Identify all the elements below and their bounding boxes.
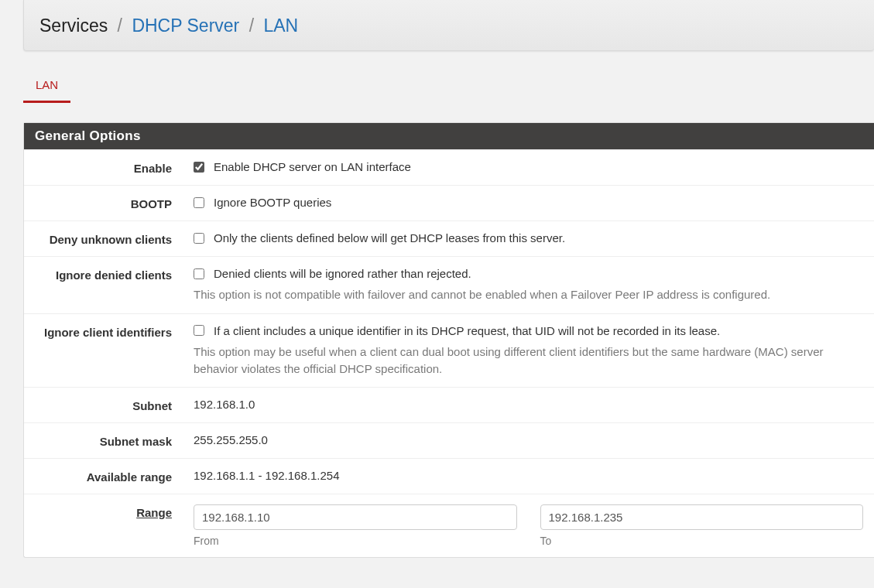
ignore-denied-text: Denied clients will be ignored rather th…	[214, 267, 471, 280]
deny-unknown-checkbox[interactable]	[194, 233, 204, 244]
subnet-value: 192.168.1.0	[194, 398, 863, 411]
breadcrumb-dhcp-server[interactable]: DHCP Server	[132, 15, 239, 36]
row-subnet: Subnet 192.168.1.0	[24, 387, 874, 422]
ignore-cid-checkbox[interactable]	[194, 325, 204, 336]
ignore-cid-text: If a client includes a unique identifier…	[214, 324, 720, 337]
row-ignore-denied: Ignore denied clients Denied clients wil…	[24, 256, 874, 313]
row-enable: Enable Enable DHCP server on LAN interfa…	[24, 149, 874, 185]
subnet-mask-value: 255.255.255.0	[194, 433, 863, 446]
ignore-denied-checkbox[interactable]	[194, 268, 204, 279]
breadcrumb-sep: /	[113, 15, 127, 36]
ignore-denied-checkbox-wrap[interactable]: Denied clients will be ignored rather th…	[194, 267, 863, 280]
bootp-checkbox[interactable]	[194, 197, 204, 208]
breadcrumb-lan[interactable]: LAN	[263, 15, 298, 36]
panel-title: General Options	[24, 123, 874, 149]
bootp-checkbox-wrap[interactable]: Ignore BOOTP queries	[194, 196, 863, 209]
row-range: Range From To	[24, 494, 874, 557]
tabs: LAN	[23, 70, 874, 103]
label-subnet-mask: Subnet mask	[35, 433, 194, 448]
available-range-value: 192.168.1.1 - 192.168.1.254	[194, 469, 863, 482]
range-to-input[interactable]	[540, 504, 864, 530]
label-ignore-denied: Ignore denied clients	[35, 267, 194, 282]
row-bootp: BOOTP Ignore BOOTP queries	[24, 185, 874, 220]
label-deny-unknown: Deny unknown clients	[35, 231, 194, 246]
label-range: Range	[35, 504, 194, 519]
label-subnet: Subnet	[35, 398, 194, 412]
range-from-sub: From	[194, 535, 517, 547]
tab-lan[interactable]: LAN	[23, 70, 70, 103]
breadcrumb: Services / DHCP Server / LAN	[23, 0, 874, 51]
deny-unknown-checkbox-wrap[interactable]: Only the clients defined below will get …	[194, 231, 863, 244]
enable-checkbox[interactable]	[194, 162, 204, 173]
enable-checkbox-wrap[interactable]: Enable DHCP server on LAN interface	[194, 160, 863, 173]
general-options-panel: General Options Enable Enable DHCP serve…	[23, 122, 874, 558]
row-subnet-mask: Subnet mask 255.255.255.0	[24, 422, 874, 458]
breadcrumb-sep: /	[245, 15, 259, 36]
breadcrumb-root: Services	[39, 15, 108, 36]
row-ignore-cid: Ignore client identifiers If a client in…	[24, 313, 874, 388]
label-enable: Enable	[35, 160, 194, 175]
range-from-input[interactable]	[194, 504, 517, 530]
bootp-text: Ignore BOOTP queries	[214, 196, 331, 209]
label-available-range: Available range	[35, 469, 194, 484]
row-deny-unknown: Deny unknown clients Only the clients de…	[24, 220, 874, 256]
ignore-denied-help: This option is not compatible with failo…	[194, 286, 863, 303]
range-to-sub: To	[540, 535, 864, 547]
deny-unknown-text: Only the clients defined below will get …	[214, 231, 565, 244]
row-available-range: Available range 192.168.1.1 - 192.168.1.…	[24, 458, 874, 494]
ignore-cid-help: This option may be useful when a client …	[194, 344, 863, 378]
label-ignore-cid: Ignore client identifiers	[35, 324, 194, 339]
ignore-cid-checkbox-wrap[interactable]: If a client includes a unique identifier…	[194, 324, 863, 337]
enable-text: Enable DHCP server on LAN interface	[214, 160, 411, 173]
label-bootp: BOOTP	[35, 196, 194, 210]
